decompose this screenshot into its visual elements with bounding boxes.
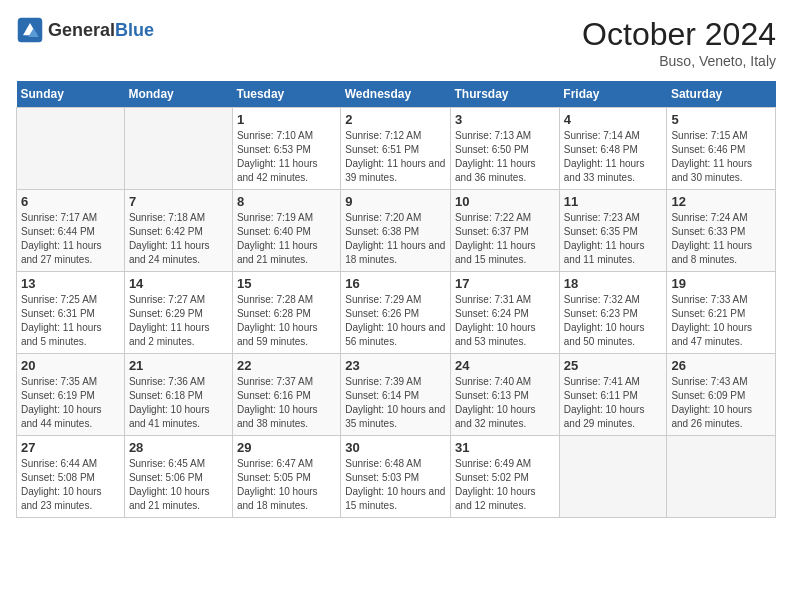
day-info: Sunrise: 7:15 AMSunset: 6:46 PMDaylight:… (671, 129, 771, 185)
calendar-cell: 15Sunrise: 7:28 AMSunset: 6:28 PMDayligh… (232, 272, 340, 354)
day-number: 12 (671, 194, 771, 209)
calendar-cell: 20Sunrise: 7:35 AMSunset: 6:19 PMDayligh… (17, 354, 125, 436)
title-block: October 2024 Buso, Veneto, Italy (582, 16, 776, 69)
logo-icon (16, 16, 44, 44)
day-info: Sunrise: 7:33 AMSunset: 6:21 PMDaylight:… (671, 293, 771, 349)
sunset: Sunset: 5:05 PM (237, 471, 336, 485)
sunrise: Sunrise: 7:22 AM (455, 211, 555, 225)
sunrise: Sunrise: 7:40 AM (455, 375, 555, 389)
calendar-cell: 24Sunrise: 7:40 AMSunset: 6:13 PMDayligh… (451, 354, 560, 436)
daylight: Daylight: 11 hours and 15 minutes. (455, 239, 555, 267)
calendar-cell: 30Sunrise: 6:48 AMSunset: 5:03 PMDayligh… (341, 436, 451, 518)
day-number: 17 (455, 276, 555, 291)
calendar-cell: 31Sunrise: 6:49 AMSunset: 5:02 PMDayligh… (451, 436, 560, 518)
day-info: Sunrise: 7:24 AMSunset: 6:33 PMDaylight:… (671, 211, 771, 267)
daylight: Daylight: 10 hours and 47 minutes. (671, 321, 771, 349)
calendar-cell: 29Sunrise: 6:47 AMSunset: 5:05 PMDayligh… (232, 436, 340, 518)
sunrise: Sunrise: 7:18 AM (129, 211, 228, 225)
daylight: Daylight: 11 hours and 11 minutes. (564, 239, 663, 267)
day-info: Sunrise: 7:29 AMSunset: 6:26 PMDaylight:… (345, 293, 446, 349)
sunrise: Sunrise: 7:13 AM (455, 129, 555, 143)
location: Buso, Veneto, Italy (582, 53, 776, 69)
calendar-cell: 8Sunrise: 7:19 AMSunset: 6:40 PMDaylight… (232, 190, 340, 272)
day-number: 26 (671, 358, 771, 373)
header-cell-wednesday: Wednesday (341, 81, 451, 108)
calendar-cell (124, 108, 232, 190)
sunrise: Sunrise: 6:47 AM (237, 457, 336, 471)
sunrise: Sunrise: 7:37 AM (237, 375, 336, 389)
daylight: Daylight: 11 hours and 2 minutes. (129, 321, 228, 349)
sunset: Sunset: 6:18 PM (129, 389, 228, 403)
day-info: Sunrise: 6:47 AMSunset: 5:05 PMDaylight:… (237, 457, 336, 513)
calendar-cell: 3Sunrise: 7:13 AMSunset: 6:50 PMDaylight… (451, 108, 560, 190)
daylight: Daylight: 10 hours and 50 minutes. (564, 321, 663, 349)
header-cell-monday: Monday (124, 81, 232, 108)
sunset: Sunset: 6:21 PM (671, 307, 771, 321)
calendar-cell: 14Sunrise: 7:27 AMSunset: 6:29 PMDayligh… (124, 272, 232, 354)
daylight: Daylight: 10 hours and 38 minutes. (237, 403, 336, 431)
sunset: Sunset: 6:33 PM (671, 225, 771, 239)
calendar-cell: 12Sunrise: 7:24 AMSunset: 6:33 PMDayligh… (667, 190, 776, 272)
sunrise: Sunrise: 7:32 AM (564, 293, 663, 307)
daylight: Daylight: 11 hours and 24 minutes. (129, 239, 228, 267)
calendar-cell: 6Sunrise: 7:17 AMSunset: 6:44 PMDaylight… (17, 190, 125, 272)
calendar-cell: 28Sunrise: 6:45 AMSunset: 5:06 PMDayligh… (124, 436, 232, 518)
day-info: Sunrise: 7:14 AMSunset: 6:48 PMDaylight:… (564, 129, 663, 185)
day-info: Sunrise: 6:45 AMSunset: 5:06 PMDaylight:… (129, 457, 228, 513)
day-number: 28 (129, 440, 228, 455)
logo-general: General (48, 20, 115, 40)
sunrise: Sunrise: 7:31 AM (455, 293, 555, 307)
sunrise: Sunrise: 6:45 AM (129, 457, 228, 471)
sunrise: Sunrise: 7:14 AM (564, 129, 663, 143)
day-number: 6 (21, 194, 120, 209)
sunset: Sunset: 6:31 PM (21, 307, 120, 321)
day-info: Sunrise: 7:31 AMSunset: 6:24 PMDaylight:… (455, 293, 555, 349)
calendar-cell: 26Sunrise: 7:43 AMSunset: 6:09 PMDayligh… (667, 354, 776, 436)
month-title: October 2024 (582, 16, 776, 53)
header-cell-friday: Friday (559, 81, 667, 108)
day-info: Sunrise: 7:23 AMSunset: 6:35 PMDaylight:… (564, 211, 663, 267)
day-info: Sunrise: 7:19 AMSunset: 6:40 PMDaylight:… (237, 211, 336, 267)
day-info: Sunrise: 7:43 AMSunset: 6:09 PMDaylight:… (671, 375, 771, 431)
week-row-1: 6Sunrise: 7:17 AMSunset: 6:44 PMDaylight… (17, 190, 776, 272)
sunset: Sunset: 6:13 PM (455, 389, 555, 403)
sunrise: Sunrise: 7:12 AM (345, 129, 446, 143)
day-info: Sunrise: 7:40 AMSunset: 6:13 PMDaylight:… (455, 375, 555, 431)
sunrise: Sunrise: 7:33 AM (671, 293, 771, 307)
daylight: Daylight: 11 hours and 30 minutes. (671, 157, 771, 185)
calendar-cell: 21Sunrise: 7:36 AMSunset: 6:18 PMDayligh… (124, 354, 232, 436)
day-number: 21 (129, 358, 228, 373)
calendar-cell: 1Sunrise: 7:10 AMSunset: 6:53 PMDaylight… (232, 108, 340, 190)
daylight: Daylight: 11 hours and 33 minutes. (564, 157, 663, 185)
daylight: Daylight: 10 hours and 44 minutes. (21, 403, 120, 431)
sunrise: Sunrise: 7:41 AM (564, 375, 663, 389)
daylight: Daylight: 10 hours and 56 minutes. (345, 321, 446, 349)
day-info: Sunrise: 7:36 AMSunset: 6:18 PMDaylight:… (129, 375, 228, 431)
day-number: 25 (564, 358, 663, 373)
calendar-body: 1Sunrise: 7:10 AMSunset: 6:53 PMDaylight… (17, 108, 776, 518)
day-info: Sunrise: 7:35 AMSunset: 6:19 PMDaylight:… (21, 375, 120, 431)
daylight: Daylight: 10 hours and 12 minutes. (455, 485, 555, 513)
daylight: Daylight: 10 hours and 29 minutes. (564, 403, 663, 431)
daylight: Daylight: 10 hours and 35 minutes. (345, 403, 446, 431)
sunrise: Sunrise: 7:36 AM (129, 375, 228, 389)
daylight: Daylight: 11 hours and 27 minutes. (21, 239, 120, 267)
sunrise: Sunrise: 7:24 AM (671, 211, 771, 225)
calendar-cell: 13Sunrise: 7:25 AMSunset: 6:31 PMDayligh… (17, 272, 125, 354)
calendar-cell: 16Sunrise: 7:29 AMSunset: 6:26 PMDayligh… (341, 272, 451, 354)
day-number: 20 (21, 358, 120, 373)
calendar-header: SundayMondayTuesdayWednesdayThursdayFrid… (17, 81, 776, 108)
day-number: 4 (564, 112, 663, 127)
sunset: Sunset: 6:48 PM (564, 143, 663, 157)
sunrise: Sunrise: 7:23 AM (564, 211, 663, 225)
calendar-cell: 17Sunrise: 7:31 AMSunset: 6:24 PMDayligh… (451, 272, 560, 354)
day-number: 3 (455, 112, 555, 127)
calendar-cell: 23Sunrise: 7:39 AMSunset: 6:14 PMDayligh… (341, 354, 451, 436)
sunset: Sunset: 6:51 PM (345, 143, 446, 157)
day-number: 29 (237, 440, 336, 455)
day-number: 23 (345, 358, 446, 373)
day-info: Sunrise: 7:10 AMSunset: 6:53 PMDaylight:… (237, 129, 336, 185)
daylight: Daylight: 11 hours and 39 minutes. (345, 157, 446, 185)
calendar-cell (559, 436, 667, 518)
sunset: Sunset: 6:16 PM (237, 389, 336, 403)
